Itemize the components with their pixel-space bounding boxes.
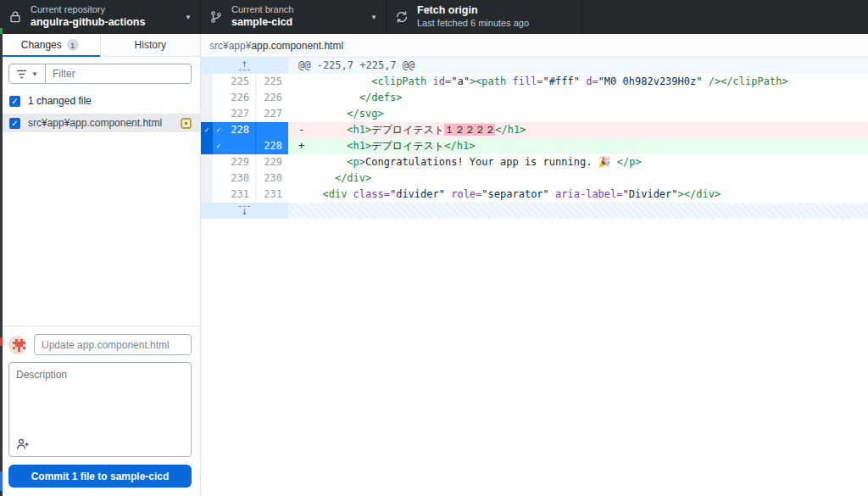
tab-changes[interactable]: Changes 1 <box>0 34 100 56</box>
code-segment: </h1> <box>444 140 475 152</box>
new-line-number[interactable]: 229 <box>255 154 288 170</box>
fetch-title: Fetch origin <box>417 4 573 18</box>
changed-file-path: src¥app¥app.component.html <box>28 117 173 129</box>
screen-edge-artifact <box>0 28 3 496</box>
new-line-number[interactable]: 228 <box>255 138 288 154</box>
new-line-number[interactable]: 230 <box>255 170 288 187</box>
commit-button-branch: sample-cicd <box>110 471 169 482</box>
tab-changes-label: Changes <box>21 39 62 51</box>
expand-hunk-up-button[interactable]: ↑ <box>201 58 288 74</box>
code-segment: /></clipPath> <box>702 75 787 87</box>
modified-file-icon <box>181 118 192 129</box>
line-selection-strip[interactable]: ✓ <box>201 122 213 138</box>
code-segment: role= <box>445 188 481 200</box>
add-coauthor-icon[interactable] <box>16 437 30 451</box>
commit-description-box <box>8 362 192 457</box>
filter-row: ▼ <box>0 57 200 90</box>
commit-button[interactable]: Commit 1 file to sample-cicd <box>8 465 192 488</box>
line-selection-strip[interactable] <box>201 154 213 170</box>
changes-sidebar: Changes 1 History ▼ ✓ 1 changed file ✓ s… <box>0 34 201 496</box>
branch-name: sample-cicd <box>231 16 365 30</box>
old-line-number[interactable]: 227 <box>213 106 255 122</box>
diff-line-context: 227227 </svg> <box>201 106 868 122</box>
diff-code-text: <p>Congratulations! Your app is running.… <box>288 154 868 170</box>
code-segment: １２２２２ <box>444 124 495 136</box>
new-line-number[interactable]: 227 <box>255 106 288 122</box>
repository-name: angulra-github-actions <box>31 16 180 30</box>
fetch-subtitle: Last fetched 6 minutes ago <box>417 18 573 30</box>
code-segment: </svg> <box>347 108 383 120</box>
old-line-number[interactable]: 230 <box>213 170 255 187</box>
repository-label: Current repository <box>31 4 180 16</box>
tab-history[interactable]: History <box>100 34 201 56</box>
code-segment: <h1> <box>347 140 371 152</box>
diff-file-header: src¥app¥app.component.html <box>201 34 868 58</box>
line-selection-strip[interactable] <box>201 90 213 106</box>
code-segment: "separator" <box>481 188 548 200</box>
commit-summary-input[interactable] <box>34 334 192 355</box>
old-line-number[interactable]: 231 <box>213 187 255 203</box>
line-selection-strip[interactable] <box>201 106 213 122</box>
code-segment: <p> <box>347 156 365 168</box>
diff-code-text: - <h1>デプロイテスト１２２２２</h1> <box>288 122 868 138</box>
expand-hunk-down-button[interactable]: ↓ <box>201 203 288 219</box>
changed-files-header: ✓ 1 changed file <box>0 90 200 114</box>
code-segment: </div> <box>335 172 371 184</box>
current-repository-dropdown[interactable]: Current repository angulra-github-action… <box>0 0 201 34</box>
tab-history-label: History <box>135 39 166 51</box>
expand-up-icon: ↑ <box>242 61 248 68</box>
code-segment: </defs> <box>359 92 403 103</box>
lock-icon <box>8 10 22 24</box>
current-branch-dropdown[interactable]: Current branch sample-cicd ▼ <box>201 0 387 34</box>
old-line-number[interactable]: 226 <box>213 90 255 106</box>
diff-code-text: </svg> <box>288 106 868 122</box>
file-include-checkbox[interactable]: ✓ <box>9 118 20 129</box>
branch-label: Current branch <box>231 4 365 16</box>
diff-code-text: + <h1>デプロイテスト</h1> <box>288 138 868 154</box>
check-icon: ✓ <box>201 122 213 138</box>
diff-code-text: </defs> <box>288 90 868 106</box>
expand-down-icon: ↓ <box>242 209 248 215</box>
check-icon: ✓ <box>216 138 220 154</box>
changed-file-row[interactable]: ✓ src¥app¥app.component.html <box>0 114 200 132</box>
diff-line-context: 231231 <div class="divider" role="separa… <box>201 187 868 203</box>
user-avatar <box>8 336 27 354</box>
diff-code-text: <div class="divider" role="separator" ar… <box>288 187 868 203</box>
code-segment: "M0 0h982v239H0z" <box>598 75 703 87</box>
diff-hunk-header-row: ↑ @@ -225,7 +225,7 @@ <box>201 58 868 74</box>
changed-files-summary: 1 changed file <box>28 95 92 107</box>
changes-count-badge: 1 <box>67 39 79 51</box>
code-segment: "Divider" <box>623 188 678 200</box>
diff-file-directory: src¥app¥ <box>209 40 251 52</box>
code-segment: <div <box>322 188 347 200</box>
code-segment: デプロイテスト <box>371 124 444 136</box>
code-segment: ><path <box>470 75 506 87</box>
code-segment: </h1> <box>495 124 526 136</box>
toolbar: Current repository angulra-github-action… <box>0 0 868 34</box>
filter-input[interactable] <box>46 64 192 84</box>
line-selection-strip[interactable] <box>201 138 213 154</box>
old-line-number[interactable]: ✓228 <box>213 122 255 138</box>
diff-line-added: ✓228+ <h1>デプロイテスト</h1> <box>201 138 868 154</box>
new-line-number[interactable]: 226 <box>255 90 288 106</box>
diff-line-deleted: ✓✓228- <h1>デプロイテスト１２２２２</h1> <box>201 122 868 138</box>
diff-lines: 225225 <clipPath id="a"><path fill="#fff… <box>201 74 868 203</box>
new-line-number[interactable] <box>255 122 288 138</box>
line-selection-strip[interactable] <box>201 170 213 187</box>
diff-marker: - <box>298 122 310 138</box>
old-line-number[interactable]: 225 <box>213 74 255 90</box>
select-all-checkbox[interactable]: ✓ <box>9 96 20 107</box>
line-selection-strip[interactable] <box>201 187 213 203</box>
diff-panel: src¥app¥app.component.html ↑ @@ -225,7 +… <box>201 34 868 496</box>
code-segment: ></div> <box>678 188 721 200</box>
new-line-number[interactable]: 231 <box>255 187 288 203</box>
filter-options-button[interactable]: ▼ <box>8 64 46 84</box>
new-line-number[interactable]: 225 <box>255 74 288 90</box>
code-segment: aria-label= <box>549 188 623 200</box>
fetch-origin-button[interactable]: Fetch origin Last fetched 6 minutes ago <box>387 0 582 34</box>
old-line-number[interactable]: ✓ <box>213 138 255 154</box>
old-line-number[interactable]: 229 <box>213 154 255 170</box>
commit-description-input[interactable] <box>9 363 191 437</box>
line-selection-strip[interactable] <box>201 74 213 90</box>
code-segment: <h1> <box>347 124 371 136</box>
